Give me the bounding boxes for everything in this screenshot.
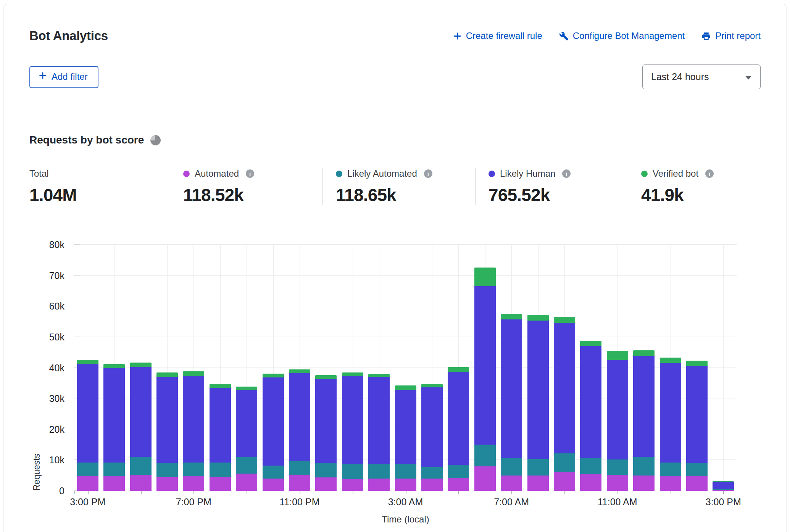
bar-segment-verified-bot[interactable] [421,384,443,387]
bar-segment-likely-human[interactable] [289,373,310,461]
bar-segment-verified-bot[interactable] [607,351,628,360]
bar-10-00-pm-7[interactable] [263,374,284,491]
bar-segment-likely-automated[interactable] [368,464,390,479]
bar-segment-automated[interactable] [342,479,363,491]
bar-segment-likely-automated[interactable] [395,464,416,479]
time-range-select[interactable]: Last 24 hours [642,64,761,89]
bar-segment-verified-bot[interactable] [210,384,231,388]
bar-segment-automated[interactable] [210,477,231,491]
bar-8-00-am-17[interactable] [527,315,549,491]
bar-9-00-pm-6[interactable] [236,387,257,491]
bar-8-00-pm-5[interactable] [210,384,231,491]
bar-segment-automated[interactable] [156,477,178,491]
bar-segment-automated[interactable] [580,474,601,491]
bar-segment-likely-human[interactable] [580,346,601,458]
bar-3-00-pm-24[interactable] [713,481,734,491]
bar-segment-likely-automated[interactable] [210,463,231,477]
bar-segment-likely-human[interactable] [342,376,363,464]
bar-1-00-am-10[interactable] [342,372,363,491]
bar-segment-automated[interactable] [633,476,655,491]
bar-6-00-pm-3[interactable] [156,372,178,491]
info-icon[interactable]: i [705,169,714,178]
bar-segment-likely-automated[interactable] [236,457,257,474]
bar-segment-likely-automated[interactable] [501,458,522,475]
bar-segment-verified-bot[interactable] [183,371,204,376]
bar-segment-verified-bot[interactable] [236,387,257,390]
bar-segment-likely-human[interactable] [448,372,469,465]
bar-7-00-am-16[interactable] [501,314,522,491]
bar-segment-automated[interactable] [289,475,310,491]
bar-2-00-pm-23[interactable] [686,361,708,491]
bar-segment-automated[interactable] [368,479,390,491]
bar-segment-verified-bot[interactable] [448,367,469,372]
bar-segment-verified-bot[interactable] [103,364,125,368]
bar-segment-likely-human[interactable] [368,377,390,464]
bar-12-00-pm-21[interactable] [633,350,655,491]
bar-segment-verified-bot[interactable] [368,374,390,377]
bar-segment-likely-automated[interactable] [686,463,708,476]
bar-segment-likely-automated[interactable] [554,453,575,472]
bar-segment-verified-bot[interactable] [527,315,549,321]
bar-11-00-am-20[interactable] [607,351,628,491]
bar-segment-likely-automated[interactable] [130,457,152,475]
bar-5-00-pm-2[interactable] [130,363,152,491]
create-firewall-rule-link[interactable]: Create firewall rule [453,31,542,41]
bar-segment-verified-bot[interactable] [633,350,655,356]
bar-segment-likely-automated[interactable] [289,461,310,475]
bar-segment-verified-bot[interactable] [289,369,310,373]
bar-segment-likely-automated[interactable] [448,465,469,478]
bar-segment-automated[interactable] [236,474,257,491]
bar-2-00-am-11[interactable] [368,374,390,491]
bar-5-00-am-14[interactable] [448,367,469,491]
bar-segment-verified-bot[interactable] [501,314,522,319]
bar-segment-automated[interactable] [501,476,522,491]
bar-segment-likely-automated[interactable] [527,459,549,476]
bar-4-00-pm-1[interactable] [103,364,125,491]
bar-segment-likely-automated[interactable] [607,459,628,475]
bar-segment-automated[interactable] [713,490,734,491]
bar-segment-verified-bot[interactable] [474,268,496,286]
bar-segment-likely-automated[interactable] [315,463,337,477]
bar-4-00-am-13[interactable] [421,384,443,491]
bar-segment-verified-bot[interactable] [263,374,284,377]
bar-segment-likely-automated[interactable] [580,458,601,474]
bar-segment-likely-automated[interactable] [342,464,363,479]
bar-segment-likely-human[interactable] [156,377,178,463]
bar-segment-automated[interactable] [554,472,575,491]
bar-segment-automated[interactable] [315,477,337,491]
bar-segment-likely-human[interactable] [633,356,655,457]
bar-segment-likely-automated[interactable] [156,463,178,477]
bar-12-00-am-9[interactable] [315,375,337,491]
bar-segment-verified-bot[interactable] [554,317,575,322]
info-icon[interactable]: i [562,169,571,178]
bar-segment-automated[interactable] [103,476,125,491]
bar-7-00-pm-4[interactable] [183,371,204,491]
bar-segment-likely-human[interactable] [77,364,98,463]
bar-segment-likely-human[interactable] [554,323,575,454]
bar-segment-likely-human[interactable] [130,367,152,457]
bar-segment-verified-bot[interactable] [315,375,337,379]
add-filter-button[interactable]: Add filter [29,66,98,88]
bar-segment-likely-automated[interactable] [660,463,681,476]
configure-bot-management-link[interactable]: Configure Bot Management [559,31,685,41]
bar-6-00-am-15[interactable] [474,268,496,491]
bar-segment-verified-bot[interactable] [156,372,178,377]
bar-segment-likely-automated[interactable] [421,467,443,479]
bar-segment-automated[interactable] [448,478,469,491]
bar-segment-likely-human[interactable] [713,482,734,489]
bar-segment-verified-bot[interactable] [580,341,601,347]
bar-segment-likely-human[interactable] [263,377,284,466]
bar-11-00-pm-8[interactable] [289,369,310,491]
bar-3-00-am-12[interactable] [395,385,416,491]
bar-segment-automated[interactable] [686,476,708,491]
bar-segment-likely-human[interactable] [183,376,204,463]
bar-segment-likely-human[interactable] [501,319,522,458]
bar-segment-likely-human[interactable] [607,360,628,459]
bar-segment-likely-human[interactable] [686,366,708,463]
bar-segment-likely-human[interactable] [660,363,681,463]
bar-segment-likely-human[interactable] [421,387,443,467]
bar-segment-likely-human[interactable] [236,390,257,458]
bar-segment-automated[interactable] [474,466,496,491]
bar-segment-verified-bot[interactable] [686,361,708,366]
bar-segment-automated[interactable] [607,475,628,491]
